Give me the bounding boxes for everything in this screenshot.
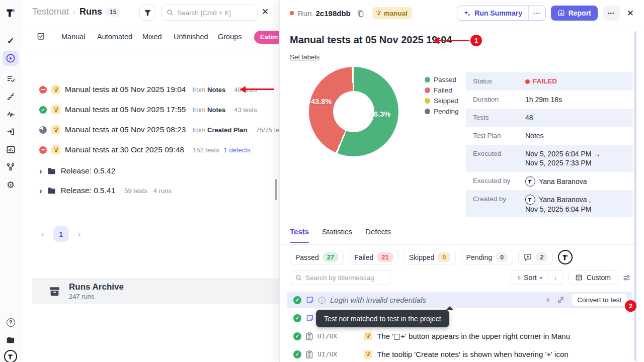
filter-funnel-button[interactable] <box>139 5 155 21</box>
sort-button[interactable]: ↑↓ Sort ▾ <box>511 270 548 285</box>
tab-unfinished[interactable]: Unfinished <box>174 33 208 41</box>
report-button[interactable]: Report <box>551 6 598 21</box>
tab-automated[interactable]: Automated <box>97 33 132 41</box>
custom-columns-button[interactable]: Custom <box>569 270 617 285</box>
status-value: FAILED <box>525 72 557 86</box>
run-defects-link[interactable]: 1 defects <box>224 146 251 154</box>
milestones-steps-icon[interactable] <box>0 90 21 103</box>
tab-statistics[interactable]: Statistics <box>322 227 352 243</box>
left-panel-scrollbar[interactable] <box>275 179 277 200</box>
folder-tests-count: 59 tests <box>124 187 147 195</box>
runs-search-input[interactable] <box>177 9 248 17</box>
search-close-icon[interactable]: ✕ <box>262 7 269 17</box>
assignee-avatar[interactable] <box>558 250 573 264</box>
settings-gear-icon[interactable]: ⚙ <box>0 178 21 192</box>
annotation-number-1: 1 <box>470 35 482 46</box>
legend-dot-failed <box>425 87 430 93</box>
run-summary-more-icon[interactable]: ••• <box>528 6 545 20</box>
set-labels-link[interactable]: Set labels <box>290 53 319 61</box>
tab-estimate-pill[interactable]: Estim <box>254 31 279 44</box>
more-actions-button[interactable]: ••• <box>603 6 620 21</box>
test-row[interactable]: ✓ UI/UX The tooltip 'Create notes' is sh… <box>287 346 632 362</box>
tab-tests[interactable]: Tests <box>290 227 309 243</box>
branches-icon[interactable] <box>0 160 21 173</box>
pull-requests-icon[interactable] <box>0 125 21 138</box>
test-row[interactable]: ✓ UI/UX The '▢+' button appears in the u… <box>287 328 632 344</box>
tab-groups[interactable]: Groups <box>218 33 242 41</box>
annotation-number-2: 2 <box>625 300 636 312</box>
tab-defects[interactable]: Defects <box>365 227 391 243</box>
test-plan-link[interactable]: Notes <box>525 132 544 140</box>
breadcrumb-separator: › <box>73 8 75 16</box>
runs-list-panel: Testomat › Runs 15 ✕ Manual Automated Mi… <box>21 0 279 362</box>
run-source: from Created Plan <box>192 126 247 134</box>
funnel-icon <box>144 9 151 17</box>
status-filter-chips: Passed27 Failed21 Skipped0 Pending0 2 <box>290 250 573 264</box>
link-icon[interactable] <box>557 296 565 304</box>
release-folder-row[interactable]: › Release: 0.5.41 59 tests 4 runs <box>39 185 172 197</box>
release-folder-row[interactable]: › Release: 0.5.42 <box>39 165 115 177</box>
legend-dot-skipped <box>425 98 430 104</box>
runs-search-box[interactable] <box>161 5 258 21</box>
tab-manual[interactable]: Manual <box>61 33 86 41</box>
copy-icon[interactable] <box>357 10 364 17</box>
duration-value: 1h 29m 18s <box>525 90 562 104</box>
convert-to-test-button[interactable]: Convert to test <box>571 293 627 307</box>
chevron-right-icon[interactable]: › <box>39 167 42 175</box>
manual-run-icon <box>364 350 372 358</box>
add-icon[interactable]: + <box>545 295 550 305</box>
tab-mixed[interactable]: Mixed <box>142 33 162 41</box>
run-tests-count: 75/75 tests <box>256 126 279 134</box>
runs-play-icon[interactable] <box>0 52 21 65</box>
tests-search-input[interactable] <box>305 274 381 282</box>
info-row-status: Status FAILED <box>466 72 633 90</box>
chevron-right-icon[interactable]: › <box>39 187 42 195</box>
tests-toolbar: ↑↓ Sort ▾ ↓ Custom <box>280 270 644 285</box>
test-title: The '▢+' button appears in the upper rig… <box>377 332 570 341</box>
clipboard-icon <box>306 350 313 358</box>
close-panel-icon[interactable]: ✕ <box>627 8 634 19</box>
runs-archive-bar[interactable]: Runs Archive 247 runs <box>32 278 279 304</box>
run-summary-button-group: Run Summary ••• <box>457 6 545 21</box>
page-number-button[interactable]: 1 <box>53 226 69 242</box>
breadcrumb-project[interactable]: Testomat <box>32 7 69 17</box>
run-row[interactable]: Manual tests at 30 Oct 2025 09:48 152 te… <box>39 143 251 156</box>
chip-failed[interactable]: Failed21 <box>349 250 398 264</box>
page-next-icon[interactable]: › <box>76 229 83 239</box>
tests-search-box[interactable] <box>290 270 390 285</box>
run-tests-count: 43 tests <box>234 106 257 114</box>
test-tag: UI/UX <box>317 332 337 340</box>
run-summary-button[interactable]: Run Summary <box>457 6 528 20</box>
run-row[interactable]: Manual tests at 05 Nov 2025 19:04 from N… <box>39 83 257 96</box>
chip-passed[interactable]: Passed27 <box>290 250 344 264</box>
documentation-folders-icon[interactable] <box>0 333 21 346</box>
analytics-chart-icon[interactable] <box>0 143 21 156</box>
run-title: Manual tests at 05 Nov 2025 08:23 <box>65 125 186 134</box>
passed-count-badge: 27 <box>323 252 338 262</box>
detail-tabs: Tests Statistics Defects <box>290 227 391 243</box>
sort-direction-button[interactable]: ↓ <box>548 270 563 285</box>
chip-skipped[interactable]: Skipped0 <box>404 250 456 264</box>
help-icon[interactable]: ? <box>0 316 21 329</box>
ai-sparkle-icon <box>463 10 471 17</box>
run-tests-count: 152 tests <box>193 146 219 154</box>
run-info-table: Status FAILED Duration 1h 29m 18s Tests … <box>466 72 633 217</box>
app-logo-icon[interactable] <box>0 6 21 19</box>
chip-comments[interactable]: 2 <box>518 250 553 264</box>
select-all-icon[interactable] <box>36 32 45 42</box>
sort-button-group: ↑↓ Sort ▾ ↓ <box>511 270 564 285</box>
plans-list-icon[interactable] <box>0 72 21 85</box>
run-id: 2c198dbb <box>316 9 351 18</box>
sliders-settings-icon[interactable] <box>622 274 631 282</box>
test-row-note[interactable]: ✓ i Login with invalid credentials + Con… <box>287 292 632 308</box>
chip-pending[interactable]: Pending0 <box>461 250 514 264</box>
user-avatar[interactable] <box>0 350 21 362</box>
tests-check-icon[interactable]: ✓ <box>0 34 21 47</box>
run-row[interactable]: Manual tests at 05 Nov 2025 08:23 from C… <box>39 123 279 136</box>
pending-count-badge: 0 <box>496 252 508 262</box>
page-prev-icon[interactable]: ‹ <box>39 229 46 239</box>
activity-pulse-icon[interactable] <box>0 108 21 121</box>
manual-run-icon <box>375 10 381 16</box>
detail-panel-scrollbar[interactable] <box>634 31 636 361</box>
run-row[interactable]: ✓ Manual tests at 05 Nov 2025 17:55 from… <box>39 103 257 116</box>
